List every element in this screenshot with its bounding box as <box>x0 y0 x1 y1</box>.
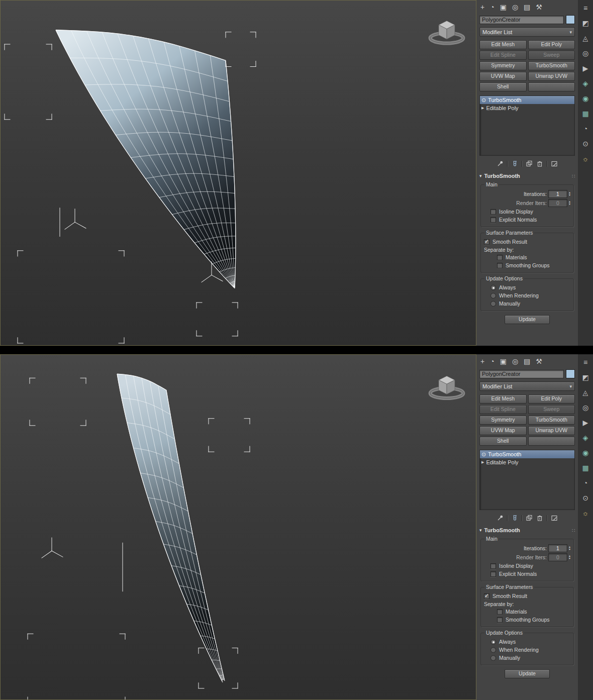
motion-tab-icon[interactable]: ◎ <box>512 357 518 365</box>
motion-tab-icon[interactable]: ◎ <box>512 3 518 11</box>
sun-icon[interactable]: ☼ <box>580 508 591 519</box>
visibility-eye-icon[interactable]: ⊙ <box>481 452 486 457</box>
object-name-field[interactable]: PolygonCreator <box>479 16 564 24</box>
viewport-top[interactable] <box>0 0 476 346</box>
triangle-dot-icon[interactable]: ◬ <box>580 33 591 44</box>
smoothing-groups-checkbox[interactable] <box>497 263 503 268</box>
sun-icon[interactable]: ☼ <box>580 153 591 164</box>
utilities-tab-icon[interactable]: ⚒ <box>536 357 542 365</box>
circle-icon[interactable]: ◎ <box>580 402 591 413</box>
dot-circle-icon[interactable]: ◉ <box>580 447 591 458</box>
make-unique-icon[interactable] <box>526 160 533 167</box>
render-iters-spinner[interactable]: ▴▾ <box>569 555 570 560</box>
hierarchy-tab-icon[interactable]: ▣ <box>500 3 507 11</box>
symmetry-button[interactable]: Symmetry <box>479 61 527 70</box>
modifier-list-dropdown[interactable]: Modifier List ▾ <box>479 27 575 37</box>
quarter-circle-icon[interactable]: ◔ <box>580 477 591 488</box>
render-iters-input[interactable]: 0 <box>548 553 567 561</box>
hierarchy-tab-icon[interactable]: ▣ <box>500 357 507 365</box>
smooth-result-checkbox[interactable] <box>484 239 489 245</box>
create-tab-icon[interactable]: + <box>480 357 484 365</box>
quarter-circle-icon[interactable]: ◔ <box>580 123 591 134</box>
expand-arrow-icon[interactable]: ▶ <box>481 106 484 110</box>
utilities-tab-icon[interactable]: ⚒ <box>536 3 542 11</box>
iterations-input[interactable]: 1 <box>548 190 567 198</box>
uvw-map-button[interactable]: UVW Map <box>479 72 527 81</box>
object-name-field[interactable]: PolygonCreator <box>479 370 564 378</box>
isoline-display-checkbox[interactable] <box>490 209 496 215</box>
iterations-spinner[interactable]: ▴▾ <box>569 546 570 551</box>
explicit-normals-checkbox[interactable] <box>490 571 496 577</box>
explicit-normals-checkbox[interactable] <box>490 217 496 223</box>
uvw-map-button[interactable]: UVW Map <box>479 426 527 435</box>
modifier-stack[interactable]: ⊙ TurboSmooth ▶ Editable Poly <box>479 95 575 156</box>
turbosmooth-button[interactable]: TurboSmooth <box>528 416 575 425</box>
unwrap-uvw-button[interactable]: Unwrap UVW <box>528 72 575 81</box>
visibility-eye-icon[interactable]: ⊙ <box>481 97 486 103</box>
edit-poly-button[interactable]: Edit Poly <box>528 394 575 404</box>
circle-icon[interactable]: ◎ <box>580 48 591 59</box>
unwrap-uvw-button[interactable]: Unwrap UVW <box>528 426 575 435</box>
edit-poly-button[interactable]: Edit Poly <box>528 40 575 49</box>
show-end-result-icon[interactable] <box>511 160 518 167</box>
turbosmooth-button[interactable]: TurboSmooth <box>528 61 575 70</box>
stack-item-editable-poly[interactable]: ▶ Editable Poly <box>480 104 574 112</box>
dot-circle-icon[interactable]: ◉ <box>580 93 591 104</box>
stack-item-turbosmooth[interactable]: ⊙ TurboSmooth <box>480 96 574 104</box>
sweep-button[interactable]: Sweep <box>528 405 575 414</box>
show-end-result-icon[interactable] <box>511 515 518 522</box>
modifier-stack[interactable]: ⊙ TurboSmooth ▶ Editable Poly <box>479 450 575 510</box>
materials-checkbox[interactable] <box>497 255 503 260</box>
object-color-swatch[interactable] <box>566 369 575 378</box>
isoline-display-checkbox[interactable] <box>490 563 496 569</box>
display-tab-icon[interactable]: ▤ <box>524 3 530 11</box>
iterations-spinner[interactable]: ▴▾ <box>569 191 570 196</box>
edit-spline-button[interactable]: Edit Spline <box>479 405 527 414</box>
smooth-result-checkbox[interactable] <box>484 593 489 599</box>
target-icon[interactable]: ⊙ <box>580 492 591 504</box>
modify-tab-icon[interactable]: ◔ <box>490 3 494 11</box>
play-icon[interactable]: ▶ <box>580 63 591 74</box>
triangle-dot-icon[interactable]: ◬ <box>580 387 591 398</box>
edit-spline-button[interactable]: Edit Spline <box>479 51 527 60</box>
manually-radio[interactable] <box>490 301 496 307</box>
update-button[interactable]: Update <box>505 669 550 678</box>
configure-modifier-sets-icon[interactable] <box>551 160 558 167</box>
when-rendering-radio[interactable] <box>490 647 496 653</box>
modify-tab-icon[interactable]: ◔ <box>490 357 494 365</box>
list-icon[interactable]: ≡ <box>580 3 591 14</box>
diamond-icon[interactable]: ◈ <box>580 78 591 89</box>
iterations-input[interactable]: 1 <box>548 544 567 552</box>
render-iters-input[interactable]: 0 <box>548 199 567 207</box>
symmetry-button[interactable]: Symmetry <box>479 416 527 425</box>
materials-checkbox[interactable] <box>497 609 503 615</box>
display-tab-icon[interactable]: ▤ <box>524 357 530 365</box>
list-icon[interactable]: ≡ <box>580 357 591 368</box>
half-square-icon[interactable]: ◩ <box>580 372 591 383</box>
always-radio[interactable] <box>490 639 496 645</box>
turbosmooth-rollout-header[interactable]: ▾ TurboSmooth ∷ <box>479 173 575 179</box>
viewport-bottom[interactable] <box>0 354 476 700</box>
empty-slot-button[interactable] <box>528 437 575 446</box>
sweep-button[interactable]: Sweep <box>528 51 575 60</box>
stack-item-turbosmooth[interactable]: ⊙ TurboSmooth <box>480 450 574 458</box>
object-color-swatch[interactable] <box>566 15 575 24</box>
edit-mesh-button[interactable]: Edit Mesh <box>479 394 527 404</box>
create-tab-icon[interactable]: + <box>480 3 484 11</box>
when-rendering-radio[interactable] <box>490 293 496 298</box>
edit-mesh-button[interactable]: Edit Mesh <box>479 40 527 49</box>
target-icon[interactable]: ⊙ <box>580 138 591 149</box>
shell-button[interactable]: Shell <box>479 82 527 91</box>
turbosmooth-rollout-header[interactable]: ▾ TurboSmooth ∷ <box>479 527 575 533</box>
smoothing-groups-checkbox[interactable] <box>497 617 503 623</box>
modifier-list-dropdown[interactable]: Modifier List ▾ <box>479 381 575 391</box>
shell-button[interactable]: Shell <box>479 437 527 446</box>
pin-stack-icon[interactable] <box>497 160 504 167</box>
make-unique-icon[interactable] <box>526 515 533 522</box>
pin-stack-icon[interactable] <box>497 515 504 522</box>
update-button[interactable]: Update <box>505 315 550 324</box>
grid-icon[interactable]: ▦ <box>580 108 591 119</box>
expand-arrow-icon[interactable]: ▶ <box>481 460 484 464</box>
remove-modifier-icon[interactable] <box>536 515 543 522</box>
stack-item-editable-poly[interactable]: ▶ Editable Poly <box>480 458 574 466</box>
